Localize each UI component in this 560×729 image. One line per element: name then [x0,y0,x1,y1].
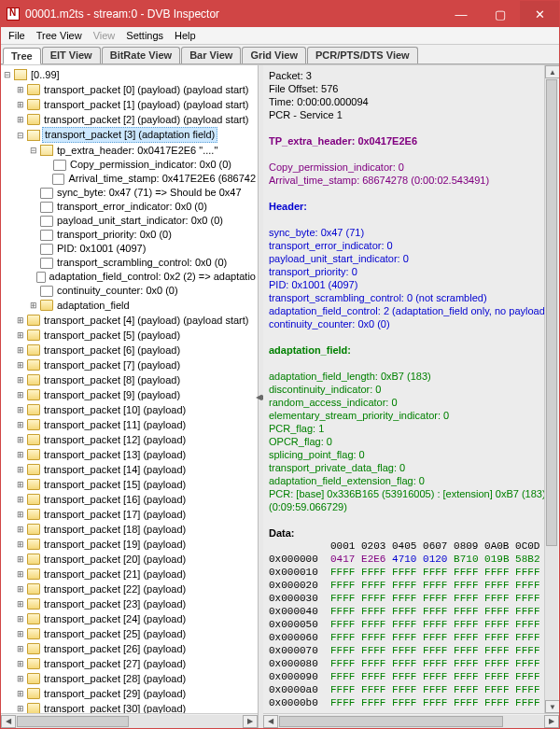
tab-pcr-pts-dts-view[interactable]: PCR/PTS/DTS View [307,47,418,63]
tree-label[interactable]: transport_packet [16] (payload) [42,493,188,507]
tree-node[interactable]: transport_packet [16] (payload) [16,492,258,507]
tab-bitrate-view[interactable]: BitRate View [102,47,180,63]
expand-toggle-icon[interactable] [16,313,25,328]
tree-label[interactable]: transport_packet [22] (payload) [42,582,188,596]
tree-label[interactable]: adaptation_field_control: 0x2 (2) => ada… [48,270,258,284]
tree-node[interactable]: transport_packet [21] (payload) [16,567,258,582]
tree-label[interactable]: transport_packet [25] (payload) [42,627,188,641]
tree-node[interactable]: transport_packet [18] (payload) [16,522,258,537]
expand-toggle-icon[interactable] [16,343,25,357]
tree-node[interactable]: transport_packet [2] (payload) (payload … [16,112,258,127]
tree-label[interactable]: transport_packet [8] (payload) [42,373,182,387]
tree-label[interactable]: transport_packet [17] (payload) [42,508,188,522]
tree-node[interactable]: transport_packet [11] (payload) [16,417,258,432]
detail-scrollbar-v[interactable]: ▲ ▼ [544,65,559,713]
tree-label[interactable]: transport_packet [5] (payload) [42,329,182,343]
tree-node[interactable]: Copy_permission_indicator: 0x0 (0) [42,158,258,172]
tree-node[interactable]: transport_packet [23] (payload) [16,596,258,611]
expand-toggle-icon[interactable] [16,492,25,507]
tree-node[interactable]: transport_packet [5] (payload) [16,328,258,343]
expand-toggle-icon[interactable] [16,656,25,671]
tree-node[interactable]: transport_packet [3] (adaptation field) [16,127,258,143]
maximize-button[interactable]: ▢ [481,1,520,27]
tree-label[interactable]: transport_packet [14] (payload) [42,463,188,477]
scroll-thumb[interactable] [17,716,129,727]
tree-label[interactable]: transport_packet [11] (payload) [42,418,188,432]
tree-label[interactable]: transport_packet [1] (payload) (payload … [42,98,251,112]
expand-toggle-icon[interactable] [16,357,25,372]
tree-label[interactable]: transport_packet [23] (payload) [42,597,188,611]
tree-node[interactable]: [0..99] [3,67,258,82]
menu-help[interactable]: Help [175,30,196,41]
tree-label[interactable]: transport_packet [27] (payload) [42,657,188,671]
tree-label[interactable]: transport_packet [20] (payload) [42,553,188,567]
menu-tree-view[interactable]: Tree View [36,30,82,41]
tree-label[interactable]: transport_packet [26] (payload) [42,642,188,656]
tree-scrollbar-h[interactable]: ◀ ▶ [1,713,258,728]
tree-node[interactable]: adaptation_field_control: 0x2 (2) => ada… [29,270,258,284]
expand-toggle-icon[interactable] [16,372,25,387]
scroll-thumb[interactable] [279,716,503,727]
minimize-button[interactable]: — [441,1,481,27]
tree-label[interactable]: transport_packet [0] (payload) (payload … [42,83,251,97]
tree-node[interactable]: transport_packet [17] (payload) [16,507,258,522]
tree-label[interactable]: tp_extra_header: 0x0417E2E6 "...." [55,144,219,158]
expand-toggle-icon[interactable] [16,82,25,97]
tree-node[interactable]: transport_packet [8] (payload) [16,372,258,387]
expand-toggle-icon[interactable] [16,567,25,582]
tree[interactable]: [0..99]transport_packet [0] (payload) (p… [1,65,258,713]
tree-label[interactable]: transport_packet [28] (payload) [42,672,188,686]
expand-toggle-icon[interactable] [16,417,25,432]
expand-toggle-icon[interactable] [16,447,25,462]
expand-toggle-icon[interactable] [16,701,25,713]
expand-toggle-icon[interactable] [16,477,25,492]
tree-node[interactable]: transport_packet [7] (payload) [16,357,258,372]
tree-label[interactable]: continuity_counter: 0x0 (0) [55,284,180,298]
tree-node[interactable]: sync_byte: 0x47 (71) => Should be 0x47 [29,186,258,200]
tree-label[interactable]: transport_packet [30] (payload) [42,702,188,714]
tree-node[interactable]: transport_packet [30] (payload) [16,701,258,713]
tree-node[interactable]: Arrival_time_stamp: 0x417E2E6 (686742 [42,172,258,186]
menu-settings[interactable]: Settings [126,30,163,41]
expand-toggle-icon[interactable] [16,582,25,596]
tree-label[interactable]: transport_packet [19] (payload) [42,538,188,552]
expand-toggle-icon[interactable] [16,112,25,127]
tree-label[interactable]: payload_unit_start_indicator: 0x0 (0) [55,214,225,228]
tree-node[interactable]: transport_packet [20] (payload) [16,552,258,567]
expand-toggle-icon[interactable] [16,596,25,611]
expand-toggle-icon[interactable] [16,552,25,567]
expand-toggle-icon[interactable] [16,671,25,686]
tree-label[interactable]: Copy_permission_indicator: 0x0 (0) [68,158,233,172]
tree-node[interactable]: transport_packet [0] (payload) (payload … [16,82,258,97]
detail-scrollbar-h[interactable]: ◀ ▶ [263,713,559,728]
expand-toggle-icon[interactable] [16,537,25,552]
tree-node[interactable]: transport_packet [27] (payload) [16,656,258,671]
tree-node[interactable]: transport_packet [12] (payload) [16,432,258,447]
tree-label[interactable]: transport_packet [3] (adaptation field) [42,127,217,143]
tree-label[interactable]: adaptation_field [55,299,132,313]
tree-label[interactable]: transport_packet [18] (payload) [42,523,188,537]
tab-grid-view[interactable]: Grid View [242,47,306,63]
expand-toggle-icon[interactable] [16,626,25,641]
tree-node[interactable]: transport_packet [9] (payload) [16,387,258,402]
tree-node[interactable]: transport_priority: 0x0 (0) [29,228,258,242]
tree-label[interactable]: transport_priority: 0x0 (0) [55,228,174,242]
scroll-track[interactable] [278,715,544,728]
tree-label[interactable]: transport_packet [4] (payload) (payload … [42,314,251,328]
tree-label[interactable]: PID: 0x1001 (4097) [55,242,147,256]
tree-node[interactable]: transport_packet [28] (payload) [16,671,258,686]
tree-node[interactable]: transport_packet [15] (payload) [16,477,258,492]
scroll-track[interactable] [16,715,243,728]
expand-toggle-icon[interactable] [16,686,25,701]
tree-label[interactable]: transport_error_indicator: 0x0 (0) [55,200,209,214]
tree-label[interactable]: transport_packet [9] (payload) [42,388,182,402]
tree-label[interactable]: transport_packet [7] (payload) [42,358,182,372]
tree-label[interactable]: sync_byte: 0x47 (71) => Should be 0x47 [55,186,244,200]
expand-toggle-icon[interactable] [16,402,25,417]
tree-label[interactable]: Arrival_time_stamp: 0x417E2E6 (686742 [66,172,258,186]
tree-label[interactable]: transport_packet [10] (payload) [42,403,188,417]
tab-bar-view[interactable]: Bar View [181,47,241,63]
tree-node[interactable]: tp_extra_header: 0x0417E2E6 "...." [29,143,258,158]
detail-content[interactable]: Packet: 3File Offset: 576Time: 0:00:00.0… [263,65,559,713]
tree-node[interactable]: transport_packet [13] (payload) [16,447,258,462]
